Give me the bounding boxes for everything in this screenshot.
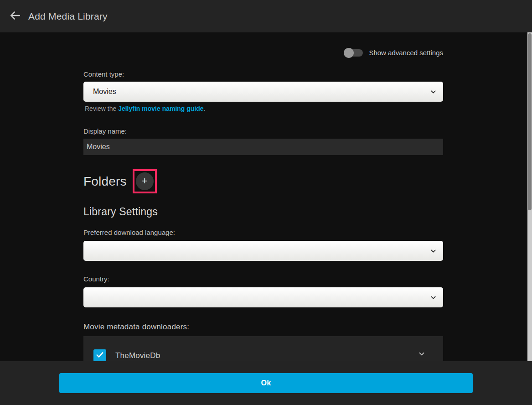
chevron-down-icon [429, 88, 437, 98]
themoviedb-checkbox[interactable] [93, 349, 106, 361]
add-folder-highlight-box: + [133, 169, 157, 193]
toggle-knob [344, 48, 354, 58]
advanced-settings-toggle[interactable] [344, 49, 363, 57]
checkmark-icon [95, 350, 104, 361]
helper-prefix: Review the [85, 105, 118, 112]
helper-suffix: . [204, 105, 206, 112]
back-button[interactable] [4, 5, 26, 27]
form-scroll-area: Show advanced settings Content type: Mov… [0, 32, 527, 361]
page-title: Add Media Library [28, 11, 108, 22]
ok-button[interactable]: Ok [59, 373, 473, 393]
metadata-downloaders-label: Movie metadata downloaders: [83, 322, 443, 332]
metadata-downloader-card: TheMovieDb [83, 336, 443, 361]
preferred-language-select[interactable] [83, 241, 443, 261]
advanced-settings-label: Show advanced settings [369, 49, 443, 57]
chevron-down-icon [429, 294, 437, 303]
scrollbar[interactable] [527, 32, 532, 361]
topbar: Add Media Library [0, 0, 532, 32]
chevron-down-icon[interactable] [418, 350, 426, 360]
folders-heading: Folders [83, 174, 127, 189]
content-type-label: Content type: [83, 70, 443, 78]
advanced-settings-row: Show advanced settings [83, 49, 443, 57]
add-folder-button[interactable]: + [136, 172, 154, 190]
display-name-input[interactable] [83, 139, 443, 155]
library-settings-heading: Library Settings [83, 206, 443, 218]
content-type-value: Movies [93, 88, 116, 96]
content-type-select[interactable]: Movies [83, 82, 443, 102]
naming-guide-link[interactable]: Jellyfin movie naming guide [118, 105, 203, 112]
footer: Ok [0, 361, 532, 405]
display-name-label: Display name: [83, 127, 443, 135]
arrow-left-icon [9, 10, 21, 23]
chevron-down-icon [429, 247, 437, 257]
country-select[interactable] [83, 287, 443, 307]
preferred-language-label: Preferred download language: [83, 228, 443, 236]
country-label: Country: [83, 275, 443, 283]
metadata-downloader-row: TheMovieDb [93, 349, 443, 361]
metadata-downloader-name: TheMovieDb [115, 351, 160, 360]
scrollbar-thumb[interactable] [528, 33, 532, 210]
naming-guide-helper: Review the Jellyfin movie naming guide. [83, 105, 443, 112]
